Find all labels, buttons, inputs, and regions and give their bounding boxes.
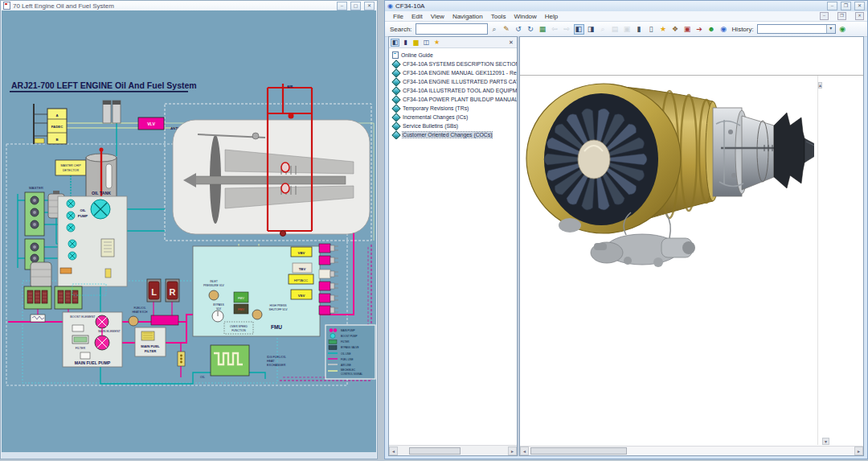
tree-horizontal-scrollbar[interactable]: ◂ ▸ (389, 445, 517, 455)
content-vertical-scrollbar[interactable]: ▴ ▾ (817, 76, 826, 445)
maximize-button[interactable]: ❐ (841, 2, 851, 10)
index-icon[interactable]: ▮ (401, 39, 410, 47)
favorites-icon[interactable]: ★ (432, 39, 441, 47)
close-button[interactable]: ✕ (364, 2, 375, 10)
toc-pane-icon[interactable]: ◧ (574, 24, 584, 35)
history-label: History: (732, 26, 754, 33)
tree-item-systems-description[interactable]: CF34-10A SYSTEMS DESCRIPTION SECTION (389, 60, 517, 68)
book-gem-icon (391, 68, 400, 77)
toc-pane-icon[interactable]: ◧ (391, 39, 399, 47)
svg-text:PUMP: PUMP (78, 214, 88, 218)
undo-icon[interactable]: ↺ (514, 24, 524, 35)
tree-item-service-bulletins[interactable]: Service Bulletins (SBs) (389, 121, 517, 130)
toc-tree-panel: ◧ ▮ ▆ ◫ ★ ✕ Online Guide CF34-10A SYSTEM… (388, 36, 518, 456)
left-window-titlebar[interactable]: 70 Left Engine Oil and Fuel System – ▢ ✕ (1, 1, 377, 10)
save-icon[interactable]: ◫ (422, 39, 431, 47)
oil-pump-assembly: OIL PUMP (58, 196, 127, 286)
menu-file[interactable]: File (393, 13, 403, 20)
svg-text:EXCHANGER: EXCHANGER (267, 364, 286, 367)
tree-item-temporary-revisions[interactable]: Temporary Revisions (TRs) (389, 104, 517, 113)
mdi-restore-button[interactable]: ❐ (837, 12, 846, 20)
right-window-titlebar[interactable]: ◉ CF34-10A – ❐ ✕ (385, 1, 867, 11)
find-icon[interactable]: ⌕ (489, 24, 500, 35)
svg-text:OIL LINE: OIL LINE (341, 352, 351, 356)
related-topics-icon[interactable]: ❖ (670, 24, 681, 35)
print-icon[interactable]: ▤ (610, 24, 620, 35)
tree-item-power-plant-buildup[interactable]: CF34-10A POWER PLANT BUILDUP MANUAL (389, 95, 517, 104)
scroll-left-icon[interactable]: ◂ (389, 447, 398, 455)
scrollbar-thumb[interactable] (530, 447, 627, 455)
tree-item-engine-manual[interactable]: CF34-10A ENGINE MANUAL GEK112091 - Re (389, 68, 517, 77)
svg-text:ARJ21-700 LEFT ENGINE Oil And: ARJ21-700 LEFT ENGINE Oil And Fuel Syste… (11, 80, 197, 90)
scroll-down-icon[interactable]: ▾ (822, 438, 829, 445)
copy-icon[interactable]: ▣ (622, 24, 633, 35)
maximize-button[interactable]: ▢ (350, 2, 361, 10)
page-icon (392, 51, 399, 59)
svg-text:MAIN PUMP: MAIN PUMP (341, 329, 355, 332)
topic-pane-icon[interactable]: ◨ (586, 24, 596, 35)
tree-panel-toolbar: ◧ ▮ ▆ ◫ ★ ✕ (389, 37, 517, 48)
oil-fuel-system-diagram[interactable]: ARJ21-700 LEFT ENGINE Oil And Fuel Syste… (2, 10, 376, 459)
next-mark-icon[interactable]: ▯ (646, 24, 657, 35)
external-link-icon[interactable]: ➔ (694, 24, 705, 35)
user-icon[interactable]: ☻ (706, 24, 717, 35)
back-icon[interactable]: ⇦ (550, 24, 560, 35)
main-fuel-filter: MAIN FUEL FILTER (135, 327, 166, 356)
data-table-icon[interactable]: ▦ (538, 24, 548, 35)
mdi-close-button[interactable]: ✕ (855, 12, 864, 20)
scrollbar-thumb[interactable] (409, 447, 461, 455)
svg-text:BOOST ELEMENT: BOOST ELEMENT (70, 315, 96, 319)
tree-item-customer-oriented-changes[interactable]: Customer Oriented Changes (COCs) (389, 130, 517, 139)
zoom-icon[interactable]: ⌕ (598, 24, 608, 35)
book-gem-icon (391, 113, 400, 121)
marker-icon[interactable]: ✎ (502, 24, 512, 35)
menu-edit[interactable]: Edit (411, 13, 423, 20)
tree-item-incremental-changes[interactable]: Incremental Changes (ICs) (389, 113, 517, 121)
close-icon[interactable]: ✕ (507, 39, 515, 46)
history-dropdown[interactable]: ▾ (757, 24, 836, 34)
minimize-button[interactable]: – (827, 2, 837, 10)
app-globe-icon: ◉ (387, 2, 393, 10)
menu-tools[interactable]: Tools (491, 13, 506, 20)
scroll-right-icon[interactable]: ▸ (854, 447, 863, 455)
redo-icon[interactable]: ↻ (526, 24, 536, 35)
menu-window[interactable]: Window (514, 13, 536, 20)
tree-item-tool-equipment[interactable]: CF34-10A ILLUSTRATED TOOL AND EQUIPM (389, 86, 517, 95)
menu-help[interactable]: Help (545, 13, 558, 20)
content-horizontal-scrollbar[interactable]: ◂ ▸ (520, 446, 863, 455)
tree-item-online-guide[interactable]: Online Guide (389, 51, 517, 60)
toolbar: Search: ⌕ ✎ ↺ ↻ ▦ ⇦ ⇨ ◧ ◨ ⌕ ▤ ▣ ▮ ▯ ★ ❖ … (385, 22, 867, 37)
book-gem-icon (391, 95, 400, 104)
svg-text:FMU: FMU (271, 324, 282, 330)
svg-text:MAIN FUEL: MAIN FUEL (141, 344, 160, 348)
forward-icon[interactable]: ⇨ (562, 24, 572, 35)
svg-text:FADEC: FADEC (51, 125, 63, 129)
tree-item-parts-catalog[interactable]: CF34-10A ENGINE ILLUSTRATED PARTS CATA (389, 77, 517, 86)
svg-text:VLV: VLV (216, 307, 222, 311)
close-button[interactable]: ✕ (854, 2, 865, 10)
book-gem-icon (391, 77, 400, 86)
chevron-down-icon[interactable]: ▾ (826, 25, 835, 33)
highlight-icon[interactable]: ▆ (411, 39, 420, 47)
search-input[interactable] (416, 23, 488, 35)
svg-text:FILTER: FILTER (76, 347, 86, 350)
right-window-title: CF34-10A (395, 2, 824, 10)
browser-icon[interactable]: ◉ (719, 24, 729, 35)
svg-text:FILTER: FILTER (145, 349, 158, 353)
scroll-up-icon[interactable]: ▴ (818, 82, 822, 88)
prev-mark-icon[interactable]: ▮ (634, 24, 645, 35)
scroll-right-icon[interactable]: ▸ (508, 447, 517, 455)
svg-text:MAIN FUEL PUMP: MAIN FUEL PUMP (75, 360, 111, 365)
menu-navigation[interactable]: Navigation (452, 13, 483, 20)
air-label: AIR (287, 84, 293, 88)
window-frame-strip (2, 452, 376, 459)
svg-text:R: R (170, 287, 176, 297)
favorites-icon[interactable]: ★ (658, 24, 669, 35)
scroll-left-icon[interactable]: ◂ (520, 447, 529, 455)
mdi-minimize-button[interactable]: – (820, 12, 829, 20)
minimize-button[interactable]: – (337, 2, 347, 10)
package-icon[interactable]: ▣ (682, 24, 693, 35)
svg-text:SHUTOFF VLV: SHUTOFF VLV (268, 308, 288, 311)
history-go-icon[interactable]: ◉ (837, 24, 848, 35)
menu-view[interactable]: View (431, 13, 444, 20)
